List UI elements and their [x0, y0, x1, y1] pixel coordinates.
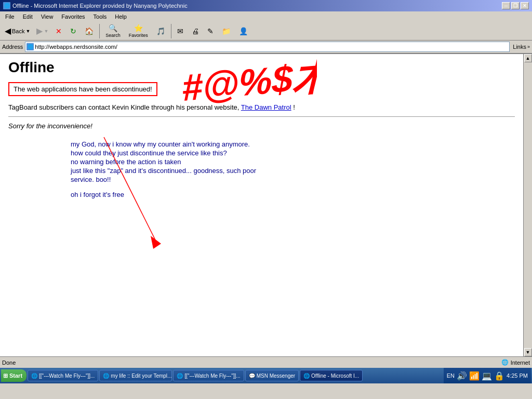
- ie-icon: 🌐: [3, 2, 10, 9]
- start-button[interactable]: ⊞ Start: [1, 369, 26, 382]
- home-icon: 🏠: [85, 27, 94, 35]
- scroll-up-button[interactable]: ▲: [524, 54, 532, 62]
- system-tray-icon-2: 📶: [469, 371, 480, 381]
- status-zone-icon: 🌐: [501, 359, 509, 366]
- system-tray-icon-3: 💻: [482, 371, 492, 381]
- edit-icon: ✎: [207, 27, 214, 35]
- refresh-button[interactable]: ↻: [66, 23, 80, 39]
- menu-tools[interactable]: Tools: [90, 13, 110, 20]
- restore-button[interactable]: ❐: [511, 2, 520, 9]
- address-input[interactable]: [35, 44, 508, 50]
- favorites-button[interactable]: ⭐ Favorites: [125, 23, 152, 39]
- home-button[interactable]: 🏠: [81, 23, 97, 39]
- search-icon: 🔍: [109, 24, 117, 32]
- discontinued-box: The web applications have been discontin…: [8, 82, 157, 96]
- taskbar-item-3[interactable]: 🌐 [["---Watch Me Fly---"]]...: [173, 370, 244, 381]
- links-expand-icon[interactable]: »: [527, 44, 530, 49]
- status-text: Done: [2, 360, 501, 366]
- print-icon: 🖨: [192, 27, 199, 35]
- menu-favorites[interactable]: Favorites: [58, 13, 88, 20]
- sorry-text: Sorry for the inconvenience!: [8, 122, 515, 130]
- back-arrow-icon: ◀: [5, 26, 11, 36]
- folder-icon: 📁: [222, 27, 231, 35]
- forward-arrow-icon: ▶: [36, 26, 43, 36]
- taskbar: ⊞ Start 🌐 [["---Watch Me Fly---"]]... 🌐 …: [0, 368, 532, 383]
- media-button[interactable]: 🎵: [153, 23, 169, 39]
- address-label: Address: [2, 44, 23, 50]
- taskbar-item-4-icon: 💬: [249, 373, 255, 379]
- taskbar-item-5-icon: 🌐: [303, 373, 310, 379]
- scrollbar[interactable]: ▲ ▼: [523, 54, 532, 356]
- taskbar-right: EN 🔊 📶 💻 🔒 4:25 PM: [444, 368, 531, 383]
- taskbar-item-2-icon: 🌐: [103, 373, 109, 379]
- address-bar: Address 🌐 Links »: [0, 41, 532, 54]
- menu-file[interactable]: File: [2, 13, 18, 20]
- taskbar-item-2[interactable]: 🌐 my life :: Edit your Templ...: [99, 370, 172, 381]
- taskbar-item-1[interactable]: 🌐 [["---Watch Me Fly---"]]...: [28, 370, 98, 381]
- scroll-down-button[interactable]: ▼: [524, 348, 532, 356]
- separator-1: [99, 24, 100, 38]
- taskbar-item-1-icon: 🌐: [31, 373, 37, 379]
- menu-edit[interactable]: Edit: [20, 13, 36, 20]
- forward-dropdown-icon[interactable]: ▼: [44, 29, 48, 34]
- taskbar-item-3-icon: 🌐: [177, 373, 183, 379]
- scribble-svg: #@%$木⊕: [182, 59, 317, 111]
- system-tray-icon-1: 🔊: [457, 371, 467, 381]
- print-button[interactable]: 🖨: [188, 23, 203, 39]
- content-area: Offline #@%$木⊕ The web applications have…: [0, 54, 523, 356]
- links-button[interactable]: Links: [513, 44, 526, 50]
- minimize-button[interactable]: ─: [502, 2, 510, 9]
- menu-view[interactable]: View: [38, 13, 57, 20]
- taskbar-item-5[interactable]: 🌐 Offline - Microsoft I...: [300, 370, 363, 381]
- search-button[interactable]: 🔍 Search: [102, 23, 124, 39]
- address-ie-icon: 🌐: [26, 43, 34, 50]
- language-indicator: EN: [447, 373, 455, 379]
- svg-text:#@%$木⊕: #@%$木⊕: [182, 59, 317, 109]
- toolbar: ◀ Back ▼ ▶ ▼ ✕ ↻ 🏠 🔍 Search ⭐ Favorites …: [0, 22, 532, 41]
- edit-button[interactable]: ✎: [204, 23, 217, 39]
- stop-button[interactable]: ✕: [52, 23, 65, 39]
- refresh-icon: ↻: [70, 27, 76, 35]
- forward-button[interactable]: ▶ ▼: [34, 24, 51, 37]
- mail-button[interactable]: ✉: [174, 23, 187, 39]
- back-dropdown-icon[interactable]: ▼: [25, 29, 30, 34]
- status-right: 🌐 Internet: [501, 359, 530, 366]
- back-button[interactable]: ◀ Back ▼: [2, 24, 33, 37]
- windows-logo: ⊞: [3, 373, 8, 379]
- messenger-icon: 👤: [239, 27, 248, 35]
- separator-2: [171, 24, 171, 38]
- window-controls: ─ ❐ ✕: [502, 2, 529, 9]
- clock: 4:25 PM: [507, 373, 528, 379]
- favorites-icon: ⭐: [134, 24, 143, 32]
- arrow-svg: [99, 132, 166, 251]
- svg-marker-2: [151, 236, 161, 249]
- folder-button[interactable]: 📁: [218, 23, 234, 39]
- title-bar: 🌐 Offline - Microsoft Internet Explorer …: [0, 0, 532, 11]
- svg-line-1: [104, 137, 156, 241]
- mail-icon: ✉: [177, 27, 183, 35]
- window-title: Offline - Microsoft Internet Explorer pr…: [12, 3, 188, 9]
- status-bar: Done 🌐 Internet: [0, 356, 532, 368]
- divider: [8, 116, 515, 117]
- status-zone: Internet: [511, 360, 530, 366]
- menu-help[interactable]: Help: [112, 13, 130, 20]
- scribble-decoration: #@%$木⊕: [182, 59, 317, 113]
- media-icon: 🎵: [156, 27, 165, 35]
- address-input-wrap: 🌐: [25, 42, 510, 52]
- messenger-button[interactable]: 👤: [235, 23, 251, 39]
- close-button[interactable]: ✕: [521, 2, 529, 9]
- taskbar-item-4[interactable]: 💬 MSN Messenger: [245, 370, 299, 381]
- system-tray-icon-4: 🔒: [494, 371, 504, 381]
- stop-icon: ✕: [56, 27, 62, 35]
- menu-bar: File Edit View Favorites Tools Help: [0, 11, 532, 22]
